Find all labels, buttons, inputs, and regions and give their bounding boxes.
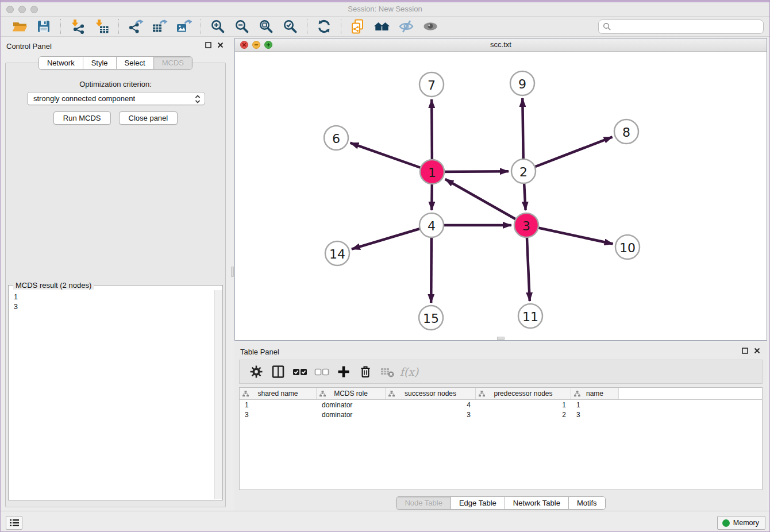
column-split-icon[interactable] (268, 362, 288, 381)
run-mcds-button[interactable]: Run MCDS (53, 111, 111, 125)
graph-edge-3-1[interactable] (445, 179, 526, 225)
splitter-grip[interactable] (231, 267, 234, 277)
graph-node-2[interactable]: 2 (511, 159, 536, 183)
close-table-panel-icon[interactable] (754, 348, 760, 354)
plus-icon[interactable] (334, 362, 353, 381)
import-network-icon[interactable] (69, 18, 86, 35)
graph-edge-1-6[interactable] (351, 143, 433, 172)
graph-edge-3-10[interactable] (526, 225, 613, 244)
svg-text:7: 7 (428, 78, 436, 92)
tab-mcds[interactable]: MCDS (153, 57, 192, 69)
main-titlebar: Session: New Session (1, 2, 769, 17)
graph-node-9[interactable]: 9 (510, 71, 534, 95)
network-canvas[interactable]: 1234678910111415 (235, 52, 767, 340)
memory-label: Memory (733, 519, 759, 527)
checked-boxes-icon[interactable] (290, 362, 310, 381)
svg-text:9: 9 (518, 77, 526, 91)
memory-status-icon (722, 519, 730, 527)
export-network-icon[interactable] (127, 18, 144, 35)
column-header-predecessor-nodes[interactable]: predecessor nodes (476, 388, 571, 399)
mcds-result-scrollbar[interactable] (214, 290, 222, 499)
trash-icon[interactable] (356, 362, 375, 381)
save-session-icon[interactable] (35, 18, 52, 35)
import-table-icon[interactable] (93, 18, 110, 35)
mcds-result-list[interactable]: 13 (9, 290, 214, 499)
table-cell: dominator (317, 410, 386, 419)
show-all-icon[interactable] (422, 18, 439, 35)
hide-selected-icon[interactable] (398, 18, 415, 35)
table-row[interactable]: 3dominator323 (240, 410, 762, 419)
table-tab-edge-table[interactable]: Edge Table (451, 497, 505, 509)
float-panel-icon[interactable] (205, 42, 211, 48)
zoom-out-icon[interactable] (233, 18, 251, 35)
mcds-panel: Optimization criterion: strongly connect… (5, 63, 226, 507)
column-header-label: MCDS role (334, 390, 368, 398)
duplicate-network-icon[interactable] (349, 18, 367, 35)
table-panel: Table Panel (234, 342, 767, 511)
search-input[interactable] (611, 22, 763, 31)
graph-node-11[interactable]: 11 (518, 304, 542, 328)
table-cell: dominator (317, 400, 386, 410)
graph-node-1[interactable]: 1 (420, 160, 444, 184)
delete-table-icon[interactable] (378, 362, 397, 381)
canvas-scrollbar-thumb[interactable] (497, 337, 505, 340)
graph-node-10[interactable]: 10 (615, 235, 640, 259)
home-icon[interactable] (374, 18, 391, 35)
column-tree-icon (574, 391, 580, 399)
open-file-icon[interactable] (11, 18, 28, 35)
network-window-titlebar[interactable]: scc.txt (235, 38, 767, 52)
gear-icon[interactable] (247, 362, 266, 381)
graph-node-4[interactable]: 4 (419, 213, 444, 237)
graph-node-8[interactable]: 8 (614, 119, 638, 144)
toolbar-separator (60, 19, 61, 34)
table-tab-node-table[interactable]: Node Table (396, 497, 451, 509)
column-header-shared-name[interactable]: shared name (240, 388, 317, 399)
column-tree-icon (479, 391, 485, 399)
optimization-criterion-dropdown[interactable]: strongly connected component (27, 92, 205, 105)
export-table-icon[interactable] (151, 18, 168, 35)
close-panel-button[interactable]: Close panel (119, 111, 178, 125)
column-header-label: successor nodes (405, 390, 456, 398)
graph-node-3[interactable]: 3 (514, 213, 538, 237)
svg-text:8: 8 (622, 125, 630, 140)
task-history-button[interactable] (6, 516, 22, 530)
toolbar-separator (307, 19, 307, 34)
control-panel-header: Control Panel (1, 37, 230, 54)
zoom-selected-icon[interactable] (282, 18, 299, 35)
table-tab-network-table[interactable]: Network Table (505, 497, 568, 509)
tab-style[interactable]: Style (83, 57, 116, 69)
refresh-layout-icon[interactable] (315, 18, 333, 35)
panel-splitter[interactable] (230, 37, 234, 511)
svg-text:10: 10 (619, 241, 636, 255)
optimization-criterion-label: Optimization criterion: (6, 80, 225, 88)
column-header-successor-nodes[interactable]: successor nodes (386, 388, 476, 399)
memory-button[interactable]: Memory (717, 516, 765, 530)
table-cell: 3 (240, 410, 317, 419)
column-header-mcds-role[interactable]: MCDS role (317, 388, 386, 399)
table-row[interactable]: 1dominator411 (240, 400, 762, 410)
close-panel-icon[interactable] (217, 42, 224, 48)
tab-select[interactable]: Select (116, 57, 153, 69)
export-image-icon[interactable] (175, 18, 192, 35)
graph-node-15[interactable]: 15 (419, 306, 443, 330)
tab-network[interactable]: Network (39, 57, 83, 69)
float-table-panel-icon[interactable] (742, 348, 748, 354)
column-tree-icon (242, 391, 249, 399)
graph-node-6[interactable]: 6 (324, 126, 348, 150)
control-panel-tabs: NetworkStyleSelectMCDS (38, 56, 192, 70)
column-header-name[interactable]: name (571, 388, 619, 399)
function-icon[interactable]: f(x) (399, 362, 419, 381)
zoom-in-icon[interactable] (209, 18, 226, 35)
graph-node-7[interactable]: 7 (419, 72, 444, 97)
graph-edge-2-8[interactable] (523, 137, 613, 171)
table-tab-motifs[interactable]: Motifs (568, 497, 605, 509)
svg-text:2: 2 (519, 165, 528, 179)
unchecked-boxes-icon[interactable] (312, 362, 332, 381)
zoom-fit-icon[interactable] (257, 18, 275, 35)
table-cell: 2 (476, 410, 571, 419)
control-panel: Control Panel NetworkStyleSelectMCDS Opt… (1, 37, 230, 511)
network-graph[interactable]: 1234678910111415 (235, 52, 767, 340)
column-tree-icon (388, 391, 395, 399)
graph-node-14[interactable]: 14 (325, 241, 349, 265)
search-field[interactable] (598, 20, 764, 34)
